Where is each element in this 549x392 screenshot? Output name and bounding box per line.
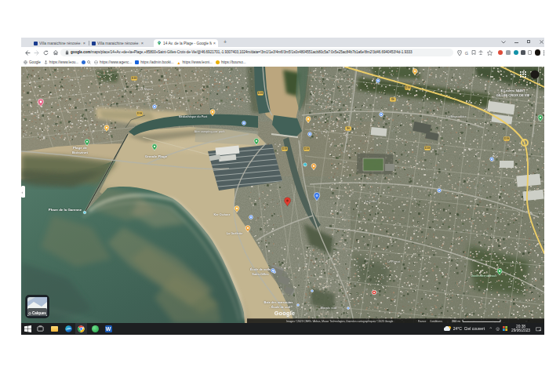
svg-text:École de voile: École de voile (250, 267, 271, 271)
svg-text:D38: D38 (137, 112, 142, 115)
svg-text:D38: D38 (282, 147, 287, 151)
svg-text:Médiathèque du Port: Médiathèque du Port (179, 115, 208, 118)
svg-text:Conditions: Conditions (430, 320, 442, 323)
svg-text:Saint-Gilles: Saint-Gilles (252, 272, 268, 276)
svg-text:La Goélette: La Goélette (227, 232, 243, 235)
svg-text:- École de surf: - École de surf (270, 305, 292, 309)
svg-text:D38: D38 (258, 92, 263, 95)
svg-text:Boisvinet: Boisvinet (72, 151, 88, 154)
svg-text:Plage de: Plage de (73, 146, 88, 150)
svg-text:E.Leclerc SAINT: E.Leclerc SAINT (501, 89, 525, 93)
svg-text:Images ©2023 CNES / Airbus, Ma: Images ©2023 CNES / Airbus, Maxar Techno… (286, 320, 394, 323)
svg-text:La Croix: La Croix (365, 200, 378, 203)
svg-text:D38: D38 (504, 137, 509, 140)
svg-text:Phare de la Garenne: Phare de la Garenne (49, 208, 82, 212)
svg-text:Aire camping-car park: Aire camping-car park (195, 130, 226, 133)
svg-text:D6: D6 (391, 98, 394, 101)
svg-text:Le Pissot: Le Pissot (387, 260, 401, 263)
svg-text:D6: D6 (347, 127, 350, 130)
svg-text:Marais sud: Marais sud (321, 306, 337, 310)
svg-text:Ker Océane: Ker Océane (213, 213, 230, 216)
svg-text:Jardin des oiseaux: Jardin des oiseaux (471, 274, 496, 278)
svg-text:D38: D38 (304, 147, 309, 151)
svg-text:D38: D38 (425, 147, 430, 150)
svg-text:La Bégaudière: La Bégaudière (446, 115, 466, 118)
svg-text:Google: Google (274, 310, 296, 317)
svg-text:Grande Plage: Grande Plage (145, 154, 168, 158)
svg-text:◇ Calques: ◇ Calques (27, 311, 46, 315)
svg-text:GILLES CROIX DE VIE: GILLES CROIX DE VIE (496, 93, 530, 97)
svg-text:i: i (305, 164, 306, 167)
svg-text:France: France (418, 320, 426, 323)
svg-text:Baie des marsouins: Baie des marsouins (264, 300, 293, 304)
svg-text:D38: D38 (405, 86, 410, 89)
svg-text:D38: D38 (132, 77, 136, 80)
svg-text:Le Marais: Le Marais (140, 88, 153, 91)
